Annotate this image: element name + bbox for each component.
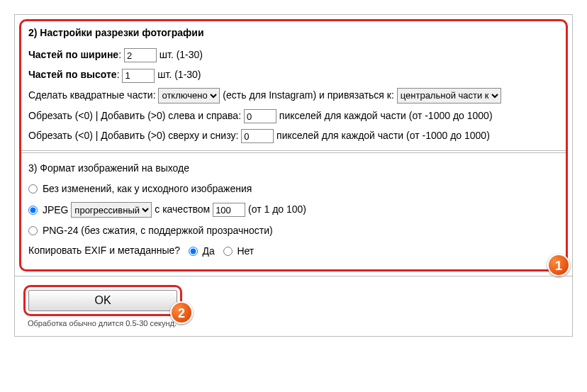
ok-button[interactable]: OK — [28, 290, 177, 311]
crop-tb-suffix: пикселей для каждой части (от -1000 до 1… — [276, 130, 490, 141]
label-exif-yes: Да — [203, 246, 215, 257]
radio-exif-yes[interactable] — [189, 247, 198, 256]
section3-title: 3) Формат изображений на выходе — [28, 160, 559, 176]
height-input[interactable] — [122, 69, 155, 83]
label-png: PNG-24 (без сжатия, с поддержкой прозрач… — [43, 225, 273, 236]
ok-highlight: OK 2 — [23, 285, 182, 316]
row-format-nochange: Без изменений, как у исходного изображен… — [28, 180, 559, 196]
square-anchor-select[interactable]: центральной части к — [397, 88, 501, 103]
row-width: Частей по ширине: шт. (1-30) — [28, 47, 559, 62]
jpeg-quality-suffix: (от 1 до 100) — [248, 203, 306, 215]
label-exif-no: Нет — [237, 246, 254, 257]
exif-label: Копировать EXIF и метаданные? — [28, 245, 180, 256]
width-suffix: шт. (1-30) — [160, 49, 203, 60]
jpeg-quality-input[interactable] — [213, 203, 245, 217]
crop-tb-label: Обрезать (<0) | Добавить (>0) сверху и с… — [28, 130, 238, 141]
row-exif: Копировать EXIF и метаданные? Да Нет — [28, 242, 559, 259]
width-label: Частей по ширине — [28, 49, 118, 60]
label-jpeg: JPEG — [43, 204, 69, 215]
settings-highlight: 2) Настройки разрезки фотографии Частей … — [19, 19, 568, 271]
annotation-badge-2: 2 — [170, 301, 193, 324]
radio-nochange[interactable] — [28, 184, 38, 194]
row-square: Сделать квадратные части: отключено (ест… — [28, 87, 559, 103]
settings-panel: 2) Настройки разрезки фотографии Частей … — [14, 14, 573, 337]
crop-tb-input[interactable] — [241, 129, 274, 143]
height-suffix: шт. (1-30) — [157, 69, 201, 80]
processing-hint: Обработка обычно длится 0.5-30 секунд. — [28, 319, 564, 327]
row-crop-tb: Обрезать (<0) | Добавить (>0) сверху и с… — [28, 128, 559, 143]
section-divider — [21, 150, 566, 153]
height-label: Частей по высоте — [28, 69, 117, 80]
row-height: Частей по высоте: шт. (1-30) — [28, 67, 559, 82]
radio-exif-no[interactable] — [223, 247, 233, 256]
row-format-png: PNG-24 (без сжатия, с поддержкой прозрач… — [28, 222, 559, 238]
row-crop-lr: Обрезать (<0) | Добавить (>0) слева и сп… — [28, 108, 559, 123]
row-format-jpeg: JPEG прогрессивный с качеством (от 1 до … — [28, 201, 559, 218]
crop-lr-input[interactable] — [244, 109, 276, 123]
square-mid: (есть для Instagram) и привязаться к: — [223, 89, 394, 101]
annotation-badge-1: 1 — [547, 254, 570, 276]
submit-section: OK 2 Обработка обычно длится 0.5-30 секу… — [15, 276, 572, 336]
width-input[interactable] — [124, 48, 157, 62]
label-nochange: Без изменений, как у исходного изображен… — [43, 184, 252, 195]
crop-lr-suffix: пикселей для каждой части (от -1000 до 1… — [279, 110, 493, 121]
jpeg-quality-label: с качеством — [155, 203, 210, 215]
radio-png[interactable] — [28, 226, 38, 235]
crop-lr-label: Обрезать (<0) | Добавить (>0) слева и сп… — [28, 110, 241, 121]
square-label: Сделать квадратные части: — [28, 89, 156, 101]
radio-jpeg[interactable] — [28, 206, 38, 215]
jpeg-mode-select[interactable]: прогрессивный — [71, 202, 152, 218]
section2-title: 2) Настройки разрезки фотографии — [28, 27, 559, 38]
square-select[interactable]: отключено — [158, 88, 220, 103]
